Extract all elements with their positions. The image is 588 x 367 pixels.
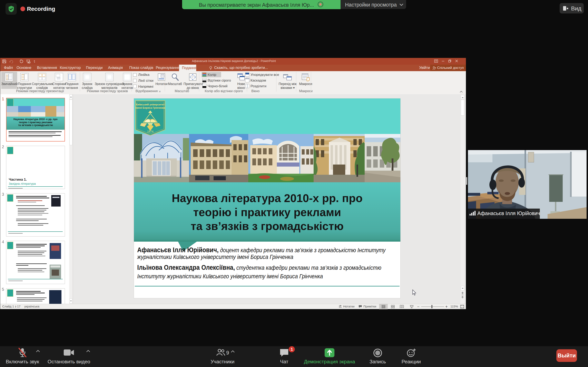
svg-text:імені Бориса Грінченка: імені Бориса Грінченка (136, 106, 165, 109)
svg-text:Київський університет: Київський університет (136, 103, 164, 106)
svg-text:1874: 1874 (147, 130, 153, 133)
svg-text:Афанасьєв Ілля Юрійович: Афанасьєв Ілля Юрійович (477, 210, 540, 216)
